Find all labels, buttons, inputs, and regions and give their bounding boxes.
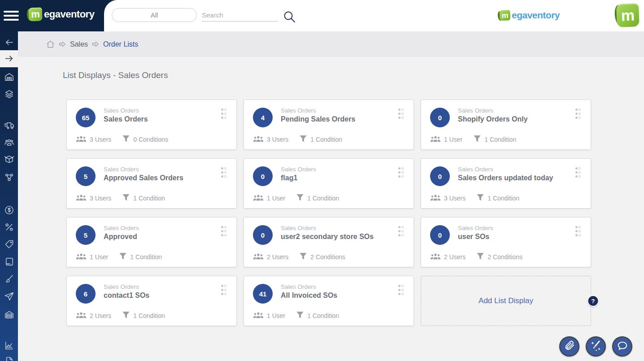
card-footer: 2 Users 2 Conditions: [253, 252, 345, 261]
forward-arrow-icon[interactable]: [0, 52, 18, 64]
app-logo[interactable]: m egaventory: [29, 8, 94, 21]
drag-handle-icon[interactable]: [398, 109, 405, 121]
scroll-icon[interactable]: [0, 256, 18, 267]
hamburger-menu-icon[interactable]: [4, 8, 21, 23]
filter-icon: [122, 135, 130, 144]
drag-handle-icon[interactable]: [221, 109, 227, 121]
card-category-label: Sales Orders: [281, 166, 316, 173]
drag-handle-icon[interactable]: [575, 226, 582, 238]
list-display-card[interactable]: 5 Sales Orders Approved Sales Orders 3 U…: [66, 158, 237, 209]
card-footer: 2 Users 1 Condition: [76, 311, 165, 320]
users-icon: [76, 135, 87, 144]
card-title: user SOs: [458, 233, 489, 241]
filter-icon: [473, 135, 481, 144]
drag-handle-icon[interactable]: [221, 226, 227, 238]
drag-handle-icon[interactable]: [575, 109, 582, 121]
list-display-card[interactable]: 41 Sales Orders All Invoiced SOs 1 User …: [244, 276, 414, 326]
card-footer: 1 User 1 Condition: [430, 135, 516, 144]
filter-icon: [296, 194, 304, 203]
card-title: flag1: [281, 174, 297, 182]
drag-handle-icon[interactable]: [398, 226, 405, 238]
chat-button[interactable]: [612, 336, 632, 357]
truck-icon[interactable]: [0, 120, 18, 131]
users-icon: [430, 135, 441, 144]
card-footer: 3 Users 1 Condition: [430, 194, 519, 203]
company-cube-logo[interactable]: m: [617, 4, 639, 27]
top-header: m egaventory All m egaventory m: [0, 0, 644, 31]
users-count: 3 Users: [444, 195, 466, 202]
add-list-display-button[interactable]: Add List Display ?: [421, 276, 591, 326]
attachment-button[interactable]: [559, 336, 579, 357]
card-category-label: Sales Orders: [281, 107, 316, 114]
page-title: List Displays - Sales Orders: [63, 70, 168, 80]
search-input[interactable]: [202, 9, 278, 22]
card-category-label: Sales Orders: [104, 107, 139, 114]
help-icon[interactable]: ?: [587, 295, 599, 307]
users-icon: [253, 312, 264, 320]
list-display-card[interactable]: 0 Sales Orders user SOs 2 Users 2 Condit…: [421, 217, 591, 267]
add-list-display-label: Add List Display: [479, 296, 533, 305]
chat-bubble-icon: [617, 340, 628, 353]
layers-icon[interactable]: [0, 88, 18, 100]
left-sidebar: [0, 31, 18, 361]
card-footer: 2 Users 2 Conditions: [430, 252, 522, 261]
list-display-card[interactable]: 65 Sales Orders Sales Orders 3 Users 0 C…: [66, 100, 237, 150]
filter-icon: [119, 252, 127, 261]
users-icon[interactable]: [0, 136, 18, 148]
warehouse-icon[interactable]: [0, 71, 18, 83]
chart-icon[interactable]: [0, 339, 18, 351]
card-footer: 1 User 1 Condition: [253, 311, 339, 320]
list-display-card[interactable]: 4 Sales Orders Pending Sales Orders 3 Us…: [244, 100, 414, 150]
drag-handle-icon[interactable]: [221, 285, 227, 297]
percent-icon[interactable]: [0, 221, 18, 233]
logo-wordmark: egaventory: [44, 9, 94, 20]
users-count: 1 User: [267, 195, 285, 202]
magic-wand-button[interactable]: [586, 336, 606, 357]
list-display-card[interactable]: 5 Sales Orders Approved 1 User 1 Conditi…: [66, 217, 237, 267]
drag-handle-icon[interactable]: [398, 167, 405, 179]
package-icon[interactable]: [0, 153, 18, 165]
garage-icon[interactable]: [0, 309, 18, 320]
users-icon: [76, 194, 87, 203]
conditions-count: 1 Condition: [130, 253, 162, 261]
back-arrow-icon[interactable]: [0, 36, 18, 48]
order-count-badge: 65: [76, 108, 96, 127]
users-icon: [253, 253, 264, 261]
tag-icon[interactable]: [0, 238, 18, 250]
floating-action-buttons: [559, 336, 632, 357]
order-count-badge: 5: [76, 166, 96, 186]
brush-icon[interactable]: [0, 273, 18, 284]
card-category-label: Sales Orders: [104, 225, 139, 231]
home-icon[interactable]: [46, 40, 55, 48]
breadcrumb-arrow-icon: [59, 41, 66, 47]
breadcrumb-item-sales[interactable]: Sales: [70, 40, 88, 48]
conditions-count: 1 Condition: [310, 136, 342, 143]
list-display-card[interactable]: 0 Sales Orders user2 secondary store SOs…: [244, 217, 414, 267]
drag-handle-icon[interactable]: [221, 167, 227, 179]
card-footer: 3 Users 1 Condition: [76, 194, 165, 203]
list-displays-grid: 65 Sales Orders Sales Orders 3 Users 0 C…: [66, 100, 591, 326]
network-icon[interactable]: [0, 171, 18, 183]
card-category-label: Sales Orders: [281, 225, 316, 231]
drag-handle-icon[interactable]: [575, 167, 582, 179]
users-count: 1 User: [90, 253, 108, 261]
list-display-card[interactable]: 0 Sales Orders Shopify Orders Only 1 Use…: [421, 100, 591, 150]
filter-icon: [476, 194, 484, 203]
card-category-label: Sales Orders: [458, 107, 493, 114]
drag-handle-icon[interactable]: [398, 285, 405, 297]
list-display-card[interactable]: 0 Sales Orders Sales Orders updated toda…: [421, 158, 591, 209]
search-scope-dropdown[interactable]: All: [112, 8, 197, 22]
list-display-card[interactable]: 0 Sales Orders flag1 1 User 1 Condition: [244, 158, 414, 209]
paper-plane-icon[interactable]: [0, 290, 18, 302]
order-count-badge: 6: [76, 284, 96, 304]
users-count: 2 Users: [90, 312, 111, 319]
dollar-icon[interactable]: [0, 204, 18, 216]
filter-icon: [299, 252, 307, 261]
users-count: 1 User: [444, 136, 462, 143]
document-icon[interactable]: [0, 355, 18, 361]
breadcrumb-item-order-lists[interactable]: Order Lists: [103, 40, 138, 48]
order-count-badge: 0: [253, 166, 273, 186]
list-display-card[interactable]: 6 Sales Orders contact1 SOs 2 Users 1 Co…: [66, 276, 237, 326]
conditions-count: 1 Condition: [307, 195, 339, 202]
search-icon[interactable]: [283, 10, 297, 24]
